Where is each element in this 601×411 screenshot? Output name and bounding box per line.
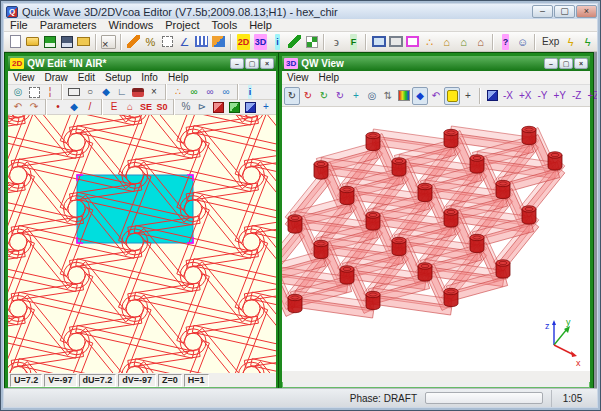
- close-project-icon[interactable]: ×: [100, 34, 117, 50]
- mesh-icon[interactable]: [193, 34, 210, 50]
- menu-view[interactable]: View: [282, 71, 314, 85]
- crosshair-icon[interactable]: +: [460, 87, 476, 105]
- zoom-icon[interactable]: ◎: [10, 85, 26, 99]
- child2d-maximize-button[interactable]: ▢: [245, 58, 259, 69]
- home-new-icon[interactable]: ⌂: [438, 34, 455, 50]
- element-e-icon[interactable]: E: [106, 100, 122, 114]
- element-se-icon[interactable]: SE: [138, 100, 154, 114]
- probe-icon[interactable]: ⊳: [194, 100, 210, 114]
- rotate-all-icon[interactable]: ↻: [284, 87, 300, 105]
- clean-brush-icon[interactable]: [286, 34, 303, 50]
- link-circles-green-icon[interactable]: ∞: [186, 85, 202, 99]
- flag-f-icon[interactable]: F: [345, 34, 362, 50]
- undo-view-icon[interactable]: ↶: [428, 87, 444, 105]
- info-2d-icon[interactable]: i: [242, 85, 258, 99]
- snap-points-icon[interactable]: ∴: [170, 85, 186, 99]
- save-icon[interactable]: [58, 34, 75, 50]
- monitor-icon[interactable]: [370, 34, 387, 50]
- child2d-close-button[interactable]: ×: [260, 58, 274, 69]
- view-neg-z-button[interactable]: -Z: [569, 90, 584, 101]
- mesh-nodes-icon[interactable]: ∴: [421, 34, 438, 50]
- view-canvas[interactable]: zyx: [282, 107, 590, 371]
- export-field-red-icon[interactable]: ϟ: [596, 34, 601, 50]
- menu-windows[interactable]: Windows: [103, 19, 160, 32]
- menu-tools[interactable]: Tools: [205, 19, 243, 32]
- preprocessor-icon[interactable]: ϶: [328, 34, 345, 50]
- cube-red-icon[interactable]: [210, 100, 226, 114]
- move-icon[interactable]: +: [258, 100, 274, 114]
- menu-parameters[interactable]: Parameters: [34, 19, 103, 32]
- export-field-yellow-icon[interactable]: ϟ: [562, 34, 579, 50]
- elevate-icon[interactable]: ⇅: [380, 87, 396, 105]
- bitmap-grid-icon[interactable]: [303, 34, 320, 50]
- child2d-minimize-button[interactable]: –: [230, 58, 244, 69]
- close-button[interactable]: ×: [576, 5, 597, 18]
- circle-tool-icon[interactable]: ○: [82, 85, 98, 99]
- pencil-icon[interactable]: [125, 34, 142, 50]
- line-tool-icon[interactable]: /: [82, 100, 98, 114]
- menu-draw[interactable]: Draw: [40, 71, 73, 85]
- solid-view-icon[interactable]: ◆: [412, 87, 428, 105]
- view-pos-z-button[interactable]: +Z: [584, 90, 597, 101]
- workstation-icon[interactable]: [387, 34, 404, 50]
- info-icon[interactable]: i: [269, 34, 286, 50]
- menu-setup[interactable]: Setup: [100, 71, 136, 85]
- rotate-x-icon[interactable]: ↻: [300, 87, 316, 105]
- menu-project[interactable]: Project: [159, 19, 205, 32]
- child3d-minimize-button[interactable]: –: [544, 58, 558, 69]
- ramp-icon[interactable]: [210, 34, 227, 50]
- edit-canvas[interactable]: [8, 115, 276, 373]
- mode-2d-icon[interactable]: 2D: [235, 34, 252, 50]
- help-icon[interactable]: ?: [497, 34, 514, 50]
- chart-icon[interactable]: ∠: [176, 34, 193, 50]
- child3d-maximize-button[interactable]: ▢: [559, 58, 573, 69]
- axes-tool-icon[interactable]: ∟: [114, 85, 130, 99]
- menu-file[interactable]: File: [4, 19, 34, 32]
- about-icon[interactable]: ☺: [514, 34, 531, 50]
- cube-blue-icon[interactable]: [242, 100, 258, 114]
- home-open-icon[interactable]: ⌂: [455, 34, 472, 50]
- menu-view[interactable]: View: [8, 71, 40, 85]
- element-arc-icon[interactable]: ⌂: [122, 100, 138, 114]
- rotate-z-icon[interactable]: ↻: [332, 87, 348, 105]
- percent-cut-icon[interactable]: %: [142, 34, 159, 50]
- qw-edit-titlebar[interactable]: 2D QW Edit *IN AIR* –▢×: [8, 56, 276, 71]
- polygon-blue-icon[interactable]: ◆: [66, 100, 82, 114]
- vertex-icon[interactable]: •: [50, 100, 66, 114]
- redo-icon[interactable]: ↷: [26, 100, 42, 114]
- mode-3d-icon[interactable]: 3D: [252, 34, 269, 50]
- home-export-icon[interactable]: ⌂: [472, 34, 489, 50]
- select-region-icon[interactable]: [159, 34, 176, 50]
- pin-icon[interactable]: ¦: [42, 85, 58, 99]
- cube-green-icon[interactable]: [226, 100, 242, 114]
- delete-icon[interactable]: ×: [146, 85, 162, 99]
- title-bar[interactable]: Q Quick Wave 3D/2DVcoa Editor (V7.5b;200…: [4, 4, 597, 19]
- new-file-icon[interactable]: [7, 34, 24, 50]
- rect-tool-icon[interactable]: [66, 85, 82, 99]
- rotate-y-icon[interactable]: ↻: [316, 87, 332, 105]
- export-field-green-icon[interactable]: ϟ: [579, 34, 596, 50]
- link-circles-purple-icon[interactable]: ∞: [202, 85, 218, 99]
- export-folder-icon[interactable]: [75, 34, 92, 50]
- palette-icon[interactable]: [396, 87, 412, 105]
- child3d-close-button[interactable]: ×: [574, 58, 588, 69]
- maximize-button[interactable]: ▢: [554, 5, 575, 18]
- save-all-icon[interactable]: [41, 34, 58, 50]
- window-pink-icon[interactable]: [404, 34, 421, 50]
- qw-view-titlebar[interactable]: 3D QW View –▢×: [282, 56, 590, 71]
- pan-icon[interactable]: +: [348, 87, 364, 105]
- cube-view-icon[interactable]: [484, 87, 500, 105]
- menu-edit[interactable]: Edit: [73, 71, 100, 85]
- menu-help[interactable]: Help: [314, 71, 345, 85]
- port-tool-icon[interactable]: [130, 85, 146, 99]
- menu-help[interactable]: Help: [163, 71, 194, 85]
- element-s0-icon[interactable]: S0: [154, 100, 170, 114]
- view-pos-x-button[interactable]: +X: [516, 90, 535, 101]
- select-frame-icon[interactable]: [26, 85, 42, 99]
- undo-icon[interactable]: ↶: [10, 100, 26, 114]
- view-neg-y-button[interactable]: -Y: [535, 90, 551, 101]
- open-folder-icon[interactable]: [24, 34, 41, 50]
- minimize-button[interactable]: –: [532, 5, 553, 18]
- link-circles-blue-icon[interactable]: ∞: [218, 85, 234, 99]
- view-neg-x-button[interactable]: -X: [500, 90, 516, 101]
